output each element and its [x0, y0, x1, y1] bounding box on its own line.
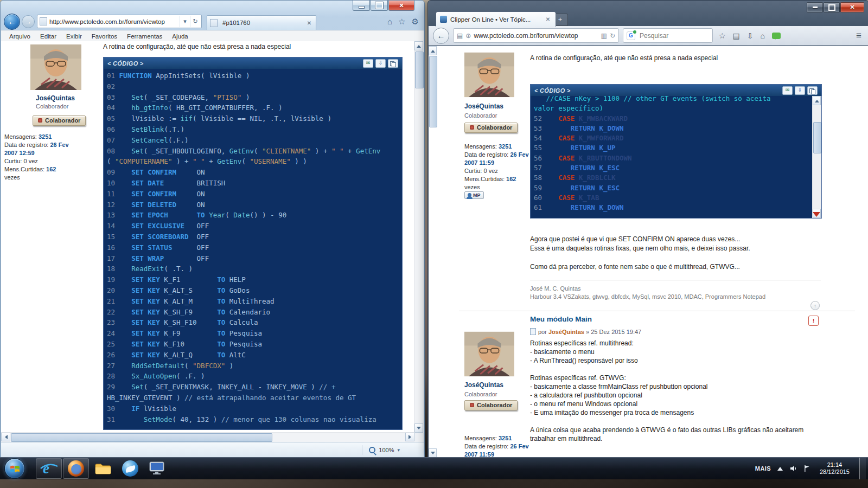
copy-icon[interactable]: [388, 59, 398, 68]
tools-icon[interactable]: ⚙: [412, 17, 419, 25]
address-bar[interactable]: ▤ ⊕ www.pctoledo.com.br/forum/viewtop ▥ …: [453, 28, 619, 43]
home-icon[interactable]: ⌂: [761, 31, 765, 40]
mail-icon[interactable]: ✉: [782, 86, 793, 95]
downloads-icon[interactable]: ⇩: [747, 31, 754, 40]
reload-icon[interactable]: ↻: [610, 33, 615, 39]
post-separator: [459, 311, 855, 311]
meta-author-link[interactable]: JoséQuintas: [548, 329, 584, 335]
search-input[interactable]: [639, 31, 697, 40]
back-button[interactable]: ←: [433, 28, 449, 44]
taskbar: e MAIS 21:14 28/12/2015: [0, 457, 868, 479]
code-line: 14 SET EXCLUSIVE OFF: [107, 221, 399, 232]
refresh-icon[interactable]: ↻: [190, 16, 200, 27]
minimize-button[interactable]: [807, 2, 823, 12]
profile-stat: Mens.Curtidas: 162 vezes: [4, 165, 73, 182]
browser-tab[interactable]: #p101760 ✕: [207, 15, 316, 30]
expand-code-icon[interactable]: [813, 212, 820, 221]
back-button[interactable]: ←: [4, 14, 20, 30]
close-button[interactable]: ✕: [388, 1, 414, 11]
home-icon[interactable]: ⌂: [387, 17, 392, 25]
menu-exibir[interactable]: Exibir: [61, 33, 87, 40]
browser-tab[interactable]: Clipper On Line • Ver Tópic... ✕: [436, 11, 556, 27]
menu-editar[interactable]: Editar: [35, 33, 61, 40]
minimize-button[interactable]: [353, 1, 370, 11]
pm-button[interactable]: MP: [464, 191, 484, 199]
scroll-down-button[interactable]: [429, 448, 437, 458]
text-line: Como dá pra perceber, o fonte nem sabe o…: [530, 262, 823, 272]
taskbar-computer[interactable]: [144, 458, 170, 479]
taskbar-explorer[interactable]: [90, 458, 116, 479]
horizontal-scrollbar[interactable]: [1, 432, 414, 442]
scroll-up-icon: [417, 43, 421, 48]
zoom-control[interactable]: 100% ▾: [362, 445, 400, 455]
mail-icon[interactable]: ✉: [363, 59, 373, 68]
code-line: 28 Sx_AutoOpen( .F. ): [107, 371, 399, 382]
scrollbar-thumb[interactable]: [429, 56, 437, 127]
favorites-icon[interactable]: ☆: [398, 17, 405, 25]
scrollbar-thumb[interactable]: [415, 52, 424, 88]
post-text: A rotina de configuração, até que não es…: [103, 41, 403, 50]
taskbar-thunderbird[interactable]: [117, 458, 143, 479]
reader-icon[interactable]: ▥: [601, 33, 607, 39]
scroll-up-button[interactable]: [813, 96, 821, 105]
code-line: 11 SET CONFIRM ON: [107, 189, 399, 200]
taskbar-firefox[interactable]: [63, 458, 89, 479]
scroll-down-button[interactable]: [414, 423, 423, 433]
search-engine-icon[interactable]: G: [627, 31, 635, 40]
post-title[interactable]: Meu módulo Main: [530, 315, 592, 323]
author-name[interactable]: JoséQuintas: [464, 102, 503, 110]
hidden-icons-icon[interactable]: [777, 464, 783, 471]
page-scrollbar[interactable]: [414, 41, 424, 433]
post-author-panel: JoséQuintas Colaborador Colaborador Mens…: [4, 44, 101, 182]
bookmark-star-icon[interactable]: ☆: [719, 31, 726, 40]
forward-button[interactable]: →: [22, 15, 35, 28]
menu-icon[interactable]: ≡: [856, 30, 864, 41]
author-stats: Mensagens: 3251Data de registro: 26 Fev …: [464, 434, 531, 458]
hscrollbar-thumb[interactable]: [11, 433, 272, 442]
taskbar-clock[interactable]: 21:14 28/12/2015: [816, 461, 853, 476]
author-name[interactable]: JoséQuintas: [36, 94, 101, 102]
close-button[interactable]: ✕: [840, 2, 864, 12]
code-scrollbar[interactable]: [812, 96, 821, 218]
copy-icon[interactable]: [807, 86, 818, 95]
import-icon[interactable]: ⇩: [375, 59, 386, 68]
address-bar[interactable]: http://www.pctoledo.com.br/forum/viewtop…: [37, 15, 202, 28]
menu-arquivo[interactable]: Arquivo: [4, 33, 35, 40]
code-line: 09 SET CONFIRM ON: [107, 167, 399, 178]
up-arrow-icon: ↑: [814, 303, 816, 309]
action-center-flag-icon[interactable]: [803, 465, 810, 472]
bookmarks-panel-icon[interactable]: ▤: [733, 31, 740, 40]
back-to-top-button[interactable]: ↑: [810, 301, 820, 310]
author-name[interactable]: JoséQuintas: [464, 381, 503, 389]
report-button[interactable]: !: [808, 316, 819, 326]
import-icon[interactable]: ⇩: [795, 86, 805, 95]
start-button[interactable]: [4, 458, 25, 479]
scroll-right-button[interactable]: [405, 433, 414, 441]
author-stats: Mensagens: 3251Data de registro: 26 Fev …: [464, 143, 531, 191]
menu-bar: ArquivoEditarExibirFavoritosFerramentasA…: [1, 30, 424, 42]
maximize-button[interactable]: [824, 2, 840, 12]
menu-favoritos[interactable]: Favoritos: [87, 33, 122, 40]
volume-icon[interactable]: [789, 465, 797, 472]
search-box[interactable]: G: [623, 28, 713, 43]
tab-close-icon[interactable]: ✕: [305, 20, 313, 26]
code-listing: //CASE nKey > 1100 // other GT events (s…: [531, 96, 821, 218]
zoom-level[interactable]: 100%: [379, 447, 394, 453]
menu-ajuda[interactable]: Ajuda: [167, 33, 193, 40]
tab-close-icon[interactable]: ✕: [544, 16, 552, 22]
avatar-photo: [30, 44, 81, 90]
scroll-up-button[interactable]: [429, 46, 437, 55]
chat-icon[interactable]: [772, 33, 781, 39]
code-listing: 01 FUNCTION AppInitSets( lVisible )02 03…: [104, 69, 402, 429]
scrollbar-thumb[interactable]: [813, 122, 821, 153]
tray-more-label[interactable]: MAIS: [755, 465, 771, 472]
address-url[interactable]: http://www.pctoledo.com.br/forum/viewtop: [49, 18, 180, 25]
scroll-up-button[interactable]: [414, 41, 423, 50]
menu-ferramentas[interactable]: Ferramentas: [122, 33, 167, 40]
address-dropdown-icon[interactable]: ▾: [180, 16, 190, 27]
taskbar-ie[interactable]: e: [36, 458, 62, 479]
scroll-left-button[interactable]: [1, 433, 10, 441]
maximize-button[interactable]: [371, 1, 388, 11]
show-desktop-button[interactable]: [859, 458, 866, 479]
address-url[interactable]: www.pctoledo.com.br/forum/viewtop: [474, 32, 598, 40]
